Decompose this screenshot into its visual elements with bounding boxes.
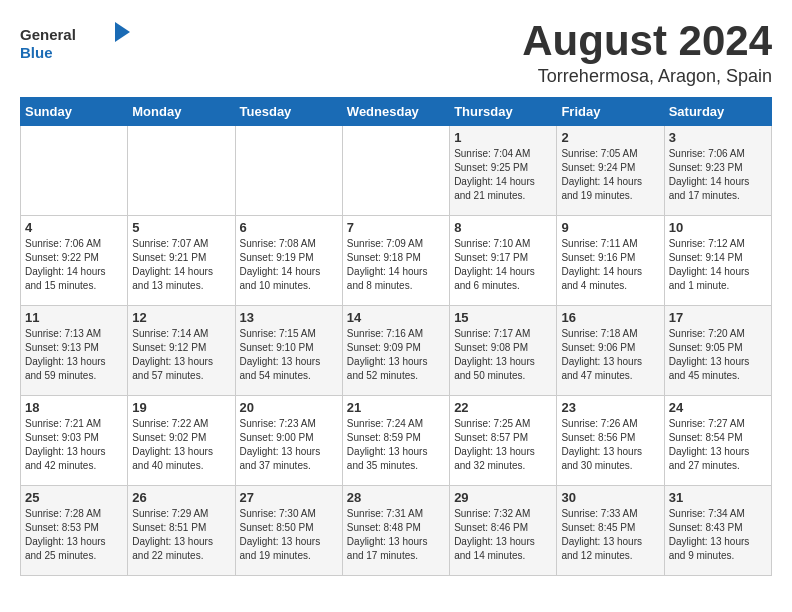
month-title: August 2024 <box>522 20 772 62</box>
day-number: 1 <box>454 130 552 145</box>
day-cell: 18Sunrise: 7:21 AM Sunset: 9:03 PM Dayli… <box>21 396 128 486</box>
weekday-header-monday: Monday <box>128 98 235 126</box>
day-info: Sunrise: 7:14 AM Sunset: 9:12 PM Dayligh… <box>132 327 230 383</box>
day-info: Sunrise: 7:15 AM Sunset: 9:10 PM Dayligh… <box>240 327 338 383</box>
day-number: 8 <box>454 220 552 235</box>
day-cell <box>342 126 449 216</box>
day-number: 22 <box>454 400 552 415</box>
day-cell: 5Sunrise: 7:07 AM Sunset: 9:21 PM Daylig… <box>128 216 235 306</box>
day-number: 25 <box>25 490 123 505</box>
day-cell: 6Sunrise: 7:08 AM Sunset: 9:19 PM Daylig… <box>235 216 342 306</box>
day-cell: 21Sunrise: 7:24 AM Sunset: 8:59 PM Dayli… <box>342 396 449 486</box>
day-number: 23 <box>561 400 659 415</box>
day-cell: 16Sunrise: 7:18 AM Sunset: 9:06 PM Dayli… <box>557 306 664 396</box>
day-number: 29 <box>454 490 552 505</box>
day-number: 13 <box>240 310 338 325</box>
svg-text:General: General <box>20 26 76 43</box>
day-cell: 28Sunrise: 7:31 AM Sunset: 8:48 PM Dayli… <box>342 486 449 576</box>
svg-marker-1 <box>115 22 130 42</box>
day-number: 7 <box>347 220 445 235</box>
day-info: Sunrise: 7:23 AM Sunset: 9:00 PM Dayligh… <box>240 417 338 473</box>
day-cell: 19Sunrise: 7:22 AM Sunset: 9:02 PM Dayli… <box>128 396 235 486</box>
day-cell: 8Sunrise: 7:10 AM Sunset: 9:17 PM Daylig… <box>450 216 557 306</box>
day-cell: 3Sunrise: 7:06 AM Sunset: 9:23 PM Daylig… <box>664 126 771 216</box>
day-number: 28 <box>347 490 445 505</box>
day-cell <box>128 126 235 216</box>
day-info: Sunrise: 7:29 AM Sunset: 8:51 PM Dayligh… <box>132 507 230 563</box>
day-cell: 11Sunrise: 7:13 AM Sunset: 9:13 PM Dayli… <box>21 306 128 396</box>
day-info: Sunrise: 7:16 AM Sunset: 9:09 PM Dayligh… <box>347 327 445 383</box>
week-row-5: 25Sunrise: 7:28 AM Sunset: 8:53 PM Dayli… <box>21 486 772 576</box>
day-info: Sunrise: 7:28 AM Sunset: 8:53 PM Dayligh… <box>25 507 123 563</box>
day-cell: 23Sunrise: 7:26 AM Sunset: 8:56 PM Dayli… <box>557 396 664 486</box>
day-info: Sunrise: 7:30 AM Sunset: 8:50 PM Dayligh… <box>240 507 338 563</box>
day-number: 10 <box>669 220 767 235</box>
day-info: Sunrise: 7:20 AM Sunset: 9:05 PM Dayligh… <box>669 327 767 383</box>
day-info: Sunrise: 7:18 AM Sunset: 9:06 PM Dayligh… <box>561 327 659 383</box>
day-info: Sunrise: 7:06 AM Sunset: 9:23 PM Dayligh… <box>669 147 767 203</box>
day-info: Sunrise: 7:33 AM Sunset: 8:45 PM Dayligh… <box>561 507 659 563</box>
day-number: 11 <box>25 310 123 325</box>
day-cell: 22Sunrise: 7:25 AM Sunset: 8:57 PM Dayli… <box>450 396 557 486</box>
day-cell <box>235 126 342 216</box>
location-title: Torrehermosa, Aragon, Spain <box>522 66 772 87</box>
day-info: Sunrise: 7:06 AM Sunset: 9:22 PM Dayligh… <box>25 237 123 293</box>
day-info: Sunrise: 7:07 AM Sunset: 9:21 PM Dayligh… <box>132 237 230 293</box>
day-info: Sunrise: 7:09 AM Sunset: 9:18 PM Dayligh… <box>347 237 445 293</box>
day-cell: 29Sunrise: 7:32 AM Sunset: 8:46 PM Dayli… <box>450 486 557 576</box>
day-number: 14 <box>347 310 445 325</box>
day-number: 2 <box>561 130 659 145</box>
day-cell: 30Sunrise: 7:33 AM Sunset: 8:45 PM Dayli… <box>557 486 664 576</box>
week-row-4: 18Sunrise: 7:21 AM Sunset: 9:03 PM Dayli… <box>21 396 772 486</box>
day-info: Sunrise: 7:11 AM Sunset: 9:16 PM Dayligh… <box>561 237 659 293</box>
day-info: Sunrise: 7:13 AM Sunset: 9:13 PM Dayligh… <box>25 327 123 383</box>
day-number: 18 <box>25 400 123 415</box>
day-cell: 25Sunrise: 7:28 AM Sunset: 8:53 PM Dayli… <box>21 486 128 576</box>
day-cell: 17Sunrise: 7:20 AM Sunset: 9:05 PM Dayli… <box>664 306 771 396</box>
day-cell: 20Sunrise: 7:23 AM Sunset: 9:00 PM Dayli… <box>235 396 342 486</box>
day-info: Sunrise: 7:17 AM Sunset: 9:08 PM Dayligh… <box>454 327 552 383</box>
day-info: Sunrise: 7:22 AM Sunset: 9:02 PM Dayligh… <box>132 417 230 473</box>
week-row-3: 11Sunrise: 7:13 AM Sunset: 9:13 PM Dayli… <box>21 306 772 396</box>
page-header: General Blue August 2024 Torrehermosa, A… <box>20 20 772 87</box>
day-cell: 1Sunrise: 7:04 AM Sunset: 9:25 PM Daylig… <box>450 126 557 216</box>
day-number: 17 <box>669 310 767 325</box>
day-cell: 27Sunrise: 7:30 AM Sunset: 8:50 PM Dayli… <box>235 486 342 576</box>
day-cell: 31Sunrise: 7:34 AM Sunset: 8:43 PM Dayli… <box>664 486 771 576</box>
day-info: Sunrise: 7:31 AM Sunset: 8:48 PM Dayligh… <box>347 507 445 563</box>
day-cell: 9Sunrise: 7:11 AM Sunset: 9:16 PM Daylig… <box>557 216 664 306</box>
day-number: 30 <box>561 490 659 505</box>
day-info: Sunrise: 7:24 AM Sunset: 8:59 PM Dayligh… <box>347 417 445 473</box>
day-cell: 26Sunrise: 7:29 AM Sunset: 8:51 PM Dayli… <box>128 486 235 576</box>
day-cell: 7Sunrise: 7:09 AM Sunset: 9:18 PM Daylig… <box>342 216 449 306</box>
day-cell: 12Sunrise: 7:14 AM Sunset: 9:12 PM Dayli… <box>128 306 235 396</box>
day-cell: 10Sunrise: 7:12 AM Sunset: 9:14 PM Dayli… <box>664 216 771 306</box>
day-cell: 24Sunrise: 7:27 AM Sunset: 8:54 PM Dayli… <box>664 396 771 486</box>
weekday-header-thursday: Thursday <box>450 98 557 126</box>
day-number: 21 <box>347 400 445 415</box>
day-info: Sunrise: 7:10 AM Sunset: 9:17 PM Dayligh… <box>454 237 552 293</box>
day-info: Sunrise: 7:21 AM Sunset: 9:03 PM Dayligh… <box>25 417 123 473</box>
day-info: Sunrise: 7:08 AM Sunset: 9:19 PM Dayligh… <box>240 237 338 293</box>
day-cell: 15Sunrise: 7:17 AM Sunset: 9:08 PM Dayli… <box>450 306 557 396</box>
week-row-1: 1Sunrise: 7:04 AM Sunset: 9:25 PM Daylig… <box>21 126 772 216</box>
logo-icon: General Blue <box>20 20 130 65</box>
logo: General Blue <box>20 20 130 65</box>
weekday-header-wednesday: Wednesday <box>342 98 449 126</box>
day-number: 19 <box>132 400 230 415</box>
day-cell <box>21 126 128 216</box>
day-number: 6 <box>240 220 338 235</box>
day-number: 15 <box>454 310 552 325</box>
day-cell: 13Sunrise: 7:15 AM Sunset: 9:10 PM Dayli… <box>235 306 342 396</box>
day-number: 12 <box>132 310 230 325</box>
day-number: 31 <box>669 490 767 505</box>
day-number: 26 <box>132 490 230 505</box>
weekday-header-friday: Friday <box>557 98 664 126</box>
day-number: 16 <box>561 310 659 325</box>
day-cell: 4Sunrise: 7:06 AM Sunset: 9:22 PM Daylig… <box>21 216 128 306</box>
day-number: 4 <box>25 220 123 235</box>
day-number: 3 <box>669 130 767 145</box>
day-info: Sunrise: 7:04 AM Sunset: 9:25 PM Dayligh… <box>454 147 552 203</box>
day-info: Sunrise: 7:12 AM Sunset: 9:14 PM Dayligh… <box>669 237 767 293</box>
day-number: 9 <box>561 220 659 235</box>
